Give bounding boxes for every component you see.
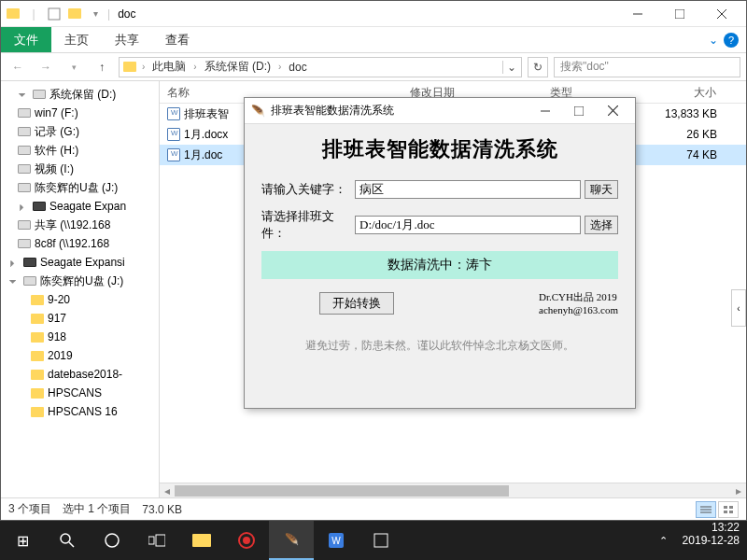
status-size: 73.0 KB xyxy=(142,503,182,516)
taskbar-clock[interactable]: 13:22 2019-12-28 xyxy=(675,521,747,560)
tree-item[interactable]: 8c8f (\\192.168 xyxy=(1,234,159,253)
tree-item[interactable]: Seagate Expansi xyxy=(1,253,159,272)
tab-file[interactable]: 文件 xyxy=(1,27,51,52)
svg-rect-2 xyxy=(675,9,684,19)
tree-label: 软件 (H:) xyxy=(35,143,78,159)
dialog-heading: 排班表智能数据清洗系统 xyxy=(261,135,618,163)
status-message: 数据清洗中：涛卞 xyxy=(261,251,618,279)
drive-icon xyxy=(18,144,31,157)
search-input[interactable]: 搜索"doc" xyxy=(554,57,740,77)
tree-item[interactable]: win7 (F:) xyxy=(1,104,159,122)
col-size[interactable]: 大小 xyxy=(650,81,725,103)
maximize-button[interactable] xyxy=(658,1,700,27)
tree-item[interactable]: 共享 (\\192.168 xyxy=(1,216,159,234)
keyword-chat-button[interactable]: 聊天 xyxy=(585,180,618,199)
system-tray[interactable]: ⌃ xyxy=(652,521,675,560)
taskview-icon[interactable] xyxy=(134,521,179,560)
tree-label: Seagate Expansi xyxy=(40,256,125,269)
drive-icon xyxy=(18,181,31,194)
tab-view[interactable]: 查看 xyxy=(152,27,203,52)
tree-item[interactable]: 记录 (G:) xyxy=(1,122,159,141)
keyword-input[interactable] xyxy=(355,180,581,199)
scroll-left-icon[interactable]: ◂ xyxy=(160,483,175,497)
tree-item[interactable]: 陈奕辉的U盘 (J:) xyxy=(1,272,159,290)
view-icons-button[interactable] xyxy=(718,501,739,518)
tree-label: win7 (F:) xyxy=(35,106,78,119)
cortana-icon[interactable] xyxy=(90,521,134,560)
svg-line-17 xyxy=(69,542,74,547)
drive-icon xyxy=(18,237,31,250)
address-bar: ← → ▾ ↑ › 此电脑 › 系统保留 (D:) › doc ⌄ ↻ 搜索"d… xyxy=(1,53,746,81)
qat-dropdown-icon[interactable]: ▾ xyxy=(87,6,104,22)
tree-item[interactable]: 918 xyxy=(1,328,159,346)
dialog-maximize-button[interactable] xyxy=(562,99,596,123)
taskbar-python[interactable]: 🪶 xyxy=(269,521,314,560)
nav-recent-button[interactable]: ▾ xyxy=(63,56,85,78)
nav-forward-button[interactable]: → xyxy=(35,56,57,78)
tree-item[interactable]: datebase2018- xyxy=(1,365,159,384)
horizontal-scrollbar[interactable]: ◂ ▸ xyxy=(160,483,746,497)
tree-item[interactable]: 视频 (I:) xyxy=(1,160,159,178)
tree-item[interactable]: HPSCANS 16 xyxy=(1,402,159,421)
help-icon[interactable]: ? xyxy=(724,33,739,48)
nav-back-button[interactable]: ← xyxy=(7,56,29,78)
svg-rect-20 xyxy=(156,535,165,546)
start-button[interactable]: ⊞ xyxy=(0,521,45,560)
tab-share[interactable]: 共享 xyxy=(102,27,152,52)
app-dialog: 🪶 排班表智能数据清洗系统 排班表智能数据清洗系统 请输入关键字： 聊天 请选择… xyxy=(244,97,636,409)
crumb-1[interactable]: 系统保留 (D:) xyxy=(201,59,275,75)
keyword-label: 请输入关键字： xyxy=(261,181,355,198)
tab-home[interactable]: 主页 xyxy=(51,27,102,52)
tree-item[interactable]: Seagate Expan xyxy=(1,197,159,216)
folder-icon xyxy=(31,368,44,381)
dialog-minimize-button[interactable] xyxy=(529,99,562,123)
file-input[interactable] xyxy=(355,216,581,234)
dialog-close-button[interactable] xyxy=(596,99,629,123)
tree-item[interactable]: HPSCANS xyxy=(1,384,159,402)
close-button[interactable] xyxy=(700,1,742,27)
crumb-2[interactable]: doc xyxy=(285,61,310,74)
tree-item[interactable]: 系统保留 (D:) xyxy=(1,85,159,104)
status-count: 3 个项目 xyxy=(8,501,51,517)
tree-label: 2019 xyxy=(48,349,73,362)
tree-item[interactable]: 软件 (H:) xyxy=(1,141,159,160)
tree-item[interactable]: 2019 xyxy=(1,346,159,365)
tree-label: 系统保留 (D:) xyxy=(49,87,116,103)
tree-item[interactable]: 陈奕辉的U盘 (J:) xyxy=(1,178,159,197)
titlebar: | ▾ | doc xyxy=(1,1,746,27)
taskbar: ⊞ 🪶 W ⌃ 13:22 2019-12-28 xyxy=(0,521,747,560)
svg-rect-13 xyxy=(574,106,584,116)
ribbon-expand-icon[interactable]: ⌄ xyxy=(709,34,718,47)
tree-item[interactable]: 9-20 xyxy=(1,290,159,309)
start-button[interactable]: 开始转换 xyxy=(319,292,394,315)
folder-icon xyxy=(31,349,44,362)
minimize-button[interactable] xyxy=(616,1,658,27)
scroll-right-icon[interactable]: ▸ xyxy=(731,483,746,497)
tree-item[interactable]: 917 xyxy=(1,309,159,328)
crumb-0[interactable]: 此电脑 xyxy=(148,59,190,75)
ribbon-tabs: 文件 主页 共享 查看 ⌄ ? xyxy=(1,27,746,53)
svg-rect-25 xyxy=(374,534,388,547)
search-icon[interactable] xyxy=(45,521,90,560)
address-dropdown-icon[interactable]: ⌄ xyxy=(502,61,519,74)
svg-rect-0 xyxy=(49,8,60,20)
address-box[interactable]: › 此电脑 › 系统保留 (D:) › doc ⌄ xyxy=(119,57,522,77)
view-details-button[interactable] xyxy=(696,501,716,518)
taskbar-explorer[interactable] xyxy=(179,521,224,560)
drive-dark-icon xyxy=(33,200,46,213)
tray-up-icon[interactable]: ⌃ xyxy=(659,535,668,547)
properties-icon[interactable] xyxy=(46,6,63,22)
taskbar-record[interactable] xyxy=(224,521,269,560)
refresh-button[interactable]: ↻ xyxy=(528,57,548,77)
taskbar-wps[interactable]: W xyxy=(314,521,359,560)
taskbar-app[interactable] xyxy=(359,521,403,560)
svg-point-22 xyxy=(243,537,250,544)
folder-small-icon[interactable] xyxy=(66,6,83,22)
preview-pane-toggle[interactable]: ‹ xyxy=(731,289,746,327)
tree-label: Seagate Expan xyxy=(49,200,126,213)
nav-up-button[interactable]: ↑ xyxy=(91,56,113,78)
nav-tree[interactable]: 系统保留 (D:)win7 (F:)记录 (G:)软件 (H:)视频 (I:)陈… xyxy=(1,81,160,497)
file-select-button[interactable]: 选择 xyxy=(585,216,618,234)
folder-icon xyxy=(31,293,44,306)
folder-icon xyxy=(31,330,44,343)
